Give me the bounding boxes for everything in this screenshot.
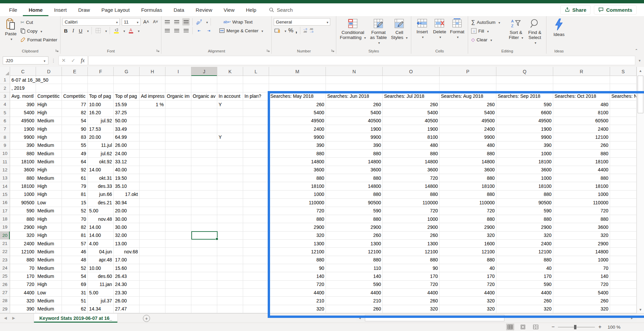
cell-F27[interactable]: 5.00 [88,289,114,297]
cell-Q20[interactable]: 320 [496,232,553,240]
cell-H18[interactable] [140,215,165,223]
scroll-up-icon[interactable]: ▲ [637,67,644,74]
row-header-7[interactable]: 7 [0,125,10,133]
align-top-icon[interactable] [163,18,171,26]
percent-style-icon[interactable]: % [288,27,293,34]
cell-F19[interactable]: 14.00 [88,223,114,231]
fill-button[interactable]: ↓ Fill [470,27,506,35]
zoom-out-icon[interactable]: − [552,324,555,330]
cell-E26[interactable]: 69 [62,281,88,289]
select-all-corner[interactable] [0,67,10,76]
align-left-icon[interactable] [163,27,171,34]
row-header-1[interactable]: 1 [0,76,10,84]
cell-K16[interactable] [217,199,243,207]
row-header-9[interactable]: 9 [0,141,10,150]
name-box[interactable]: J20 [3,56,48,65]
cell-F28[interactable]: jul.37 [88,297,114,305]
cell-C20[interactable]: 320 [10,232,36,240]
cell-D15[interactable]: High [36,191,62,199]
cell-D2[interactable] [36,84,62,92]
collapse-ribbon-icon[interactable]: ⌃ [635,48,638,53]
vertical-scroll-thumb[interactable] [638,76,643,113]
column-header-Q[interactable]: Q [496,67,553,76]
cell-C7[interactable]: 1900 [10,125,36,133]
cell-H24[interactable] [140,264,165,272]
cell-I16[interactable] [165,199,191,207]
cell-F23[interactable]: apr.48 [88,256,114,264]
cell-I26[interactable] [165,281,191,289]
column-header-F[interactable]: F [88,67,114,76]
cell-E27[interactable]: 31 [62,289,88,297]
cell-C10[interactable]: 880 [10,150,36,158]
cell-G17[interactable]: 20.00 [114,207,140,215]
cell-K26[interactable] [217,281,243,289]
cell-I4[interactable] [165,100,191,109]
cell-Q11[interactable]: 18100 [496,158,553,166]
row-header-23[interactable]: 23 [0,256,10,264]
cell-O6[interactable]: 40500 [383,117,440,125]
cell-D4[interactable]: High [36,100,62,109]
cell-O10[interactable]: 880 [383,150,440,158]
cell-S4[interactable] [610,100,637,109]
cell-G9[interactable]: 26.00 [114,141,140,150]
cell-C18[interactable]: 880 [10,215,36,223]
cell-S8[interactable] [610,133,637,141]
font-color-icon[interactable]: A [127,27,135,34]
row-header-19[interactable]: 19 [0,223,10,231]
cell-L12[interactable] [243,166,269,174]
row-header-27[interactable]: 27 [0,289,10,297]
cell-R28[interactable]: 260 [553,297,610,305]
cell-N11[interactable]: 14800 [326,158,383,166]
cell-M9[interactable]: 390 [269,141,326,150]
cell-K3[interactable]: In account [217,92,243,100]
cell-K27[interactable] [217,289,243,297]
delete-cells-button[interactable]: Delete [431,17,448,46]
cell-I29[interactable] [165,305,191,313]
cell-E24[interactable]: 52 [62,264,88,272]
cell-M13[interactable]: 880 [269,174,326,182]
cell-E21[interactable]: 57 [62,240,88,248]
cell-I17[interactable] [165,207,191,215]
cell-G25[interactable]: 26.43 [114,272,140,280]
cell-J22[interactable] [191,248,217,256]
cell-C29[interactable]: 390 [10,305,36,313]
cell-L7[interactable] [243,125,269,133]
increase-decimal-icon[interactable]: ←0.00 [303,28,307,33]
cell-R4[interactable]: 480 [553,100,610,109]
bold-button[interactable]: B [63,28,69,34]
cell-Q13[interactable]: 1000 [496,174,553,182]
cell-S11[interactable] [610,158,637,166]
cell-G14[interactable]: 35.10 [114,182,140,190]
cell-S14[interactable] [610,182,637,190]
cell-L4[interactable] [243,100,269,109]
cell-M24[interactable]: 90 [269,264,326,272]
cell-D19[interactable]: High [36,223,62,231]
cell-M10[interactable]: 880 [269,150,326,158]
cell-D7[interactable]: High [36,125,62,133]
row-header-28[interactable]: 28 [0,297,10,305]
cell-P22[interactable]: 12100 [440,248,496,256]
cell-C9[interactable]: 390 [10,141,36,150]
cell-P2[interactable] [440,84,496,92]
cell-G28[interactable]: 26.00 [114,297,140,305]
zoom-level[interactable]: 100 % [608,325,620,330]
cell-J27[interactable] [191,289,217,297]
cell-K14[interactable] [217,182,243,190]
cell-K13[interactable] [217,174,243,182]
cell-Q22[interactable]: 12100 [496,248,553,256]
cell-K19[interactable] [217,223,243,231]
cell-O12[interactable]: 3600 [383,166,440,174]
dropdown-caret[interactable] [283,28,286,34]
cell-R15[interactable]: 1000 [553,191,610,199]
cell-S23[interactable] [610,256,637,264]
cell-E13[interactable]: 61 [62,174,88,182]
cell-E12[interactable]: 92 [62,166,88,174]
page-break-view-icon[interactable] [532,324,540,330]
cell-I9[interactable] [165,141,191,150]
cell-O22[interactable]: 12100 [383,248,440,256]
cell-N8[interactable]: 9900 [326,133,383,141]
cell-L1[interactable] [243,76,269,84]
cell-S18[interactable] [610,215,637,223]
menu-tab-home[interactable]: Home [23,3,48,16]
cell-M25[interactable]: 140 [269,272,326,280]
